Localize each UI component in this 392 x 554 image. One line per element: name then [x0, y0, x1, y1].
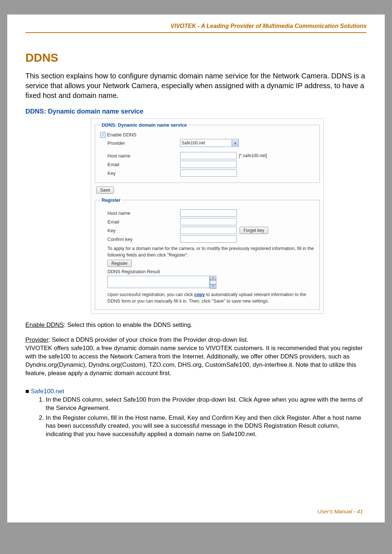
- success-note: Upon successful registration, you can cl…: [100, 292, 314, 304]
- subheading: DDNS: Dynamic domain name service: [25, 108, 367, 115]
- page-header: VIVOTEK - A Leading Provider of Multimed…: [25, 20, 367, 32]
- result-label: DDNS Registration Result: [100, 269, 314, 274]
- scrollbar[interactable]: ▴ ▾: [210, 276, 216, 289]
- intro-paragraph: This section explains how to configure d…: [25, 71, 367, 100]
- hostname-input[interactable]: [180, 152, 237, 159]
- provider-select[interactable]: Safe100.net ▾: [180, 139, 239, 147]
- step-2: In the Register column, fill in the Host…: [46, 414, 367, 439]
- reg-hostname-label: Host name: [100, 210, 180, 216]
- reg-email-label: Email: [100, 219, 180, 225]
- enable-ddns-checkbox[interactable]: ✓: [100, 132, 106, 138]
- copy-link[interactable]: copy: [194, 292, 205, 297]
- register-fieldset: Register Host name Email Key Forget key …: [95, 197, 320, 310]
- enable-ddns-label: Enable DDNS: [107, 132, 136, 138]
- register-legend: Register: [100, 197, 122, 203]
- scroll-down-icon[interactable]: ▾: [210, 284, 216, 289]
- ddns-legend: DDNS: Dynamic domain name service: [100, 122, 188, 128]
- reg-key-input[interactable]: [180, 227, 237, 234]
- scroll-up-icon[interactable]: ▴: [210, 276, 216, 280]
- safe100-heading: ■ Safe100.net: [25, 388, 367, 395]
- enable-explain: Enable DDNS: Select this option to enabl…: [25, 321, 367, 329]
- save-button[interactable]: Save: [96, 186, 114, 194]
- page-footer: User's Manual - 41: [318, 508, 363, 514]
- reg-hostname-input[interactable]: [180, 209, 237, 217]
- safe100-steps: In the DDNS column, select Safe100 from …: [36, 396, 367, 439]
- chevron-down-icon: ▾: [232, 140, 238, 146]
- scroll-track: [210, 280, 216, 284]
- hostname-label: Host name: [100, 153, 180, 159]
- ddns-fieldset: DDNS: Dynamic domain name service ✓ Enab…: [95, 122, 320, 183]
- email-input[interactable]: [180, 161, 237, 168]
- key-input[interactable]: [180, 169, 237, 177]
- register-instruction: To apply for a domain name for the camer…: [100, 246, 314, 258]
- email-label: Email: [100, 162, 180, 167]
- forget-key-button[interactable]: Forget key: [240, 227, 268, 234]
- key-label: Key: [100, 171, 180, 176]
- step-1: In the DDNS column, select Safe100 from …: [46, 396, 367, 413]
- reg-key-label: Key: [100, 228, 180, 233]
- reg-confirmkey-label: Confirm key: [100, 237, 180, 242]
- reg-email-input[interactable]: [180, 218, 237, 225]
- register-button[interactable]: Register: [107, 260, 132, 267]
- provider-value: Safe100.net: [180, 140, 232, 145]
- page-title: DDNS: [25, 51, 367, 65]
- reg-confirmkey-input[interactable]: [180, 235, 237, 243]
- hostname-suffix: [*.safe100.net]: [239, 153, 267, 158]
- provider-explain: Provider: Select a DDNS provider of your…: [25, 336, 367, 378]
- ddns-config-panel: DDNS: Dynamic domain name service ✓ Enab…: [91, 118, 324, 314]
- provider-label: Provider: [100, 140, 180, 146]
- result-textarea[interactable]: [107, 276, 210, 288]
